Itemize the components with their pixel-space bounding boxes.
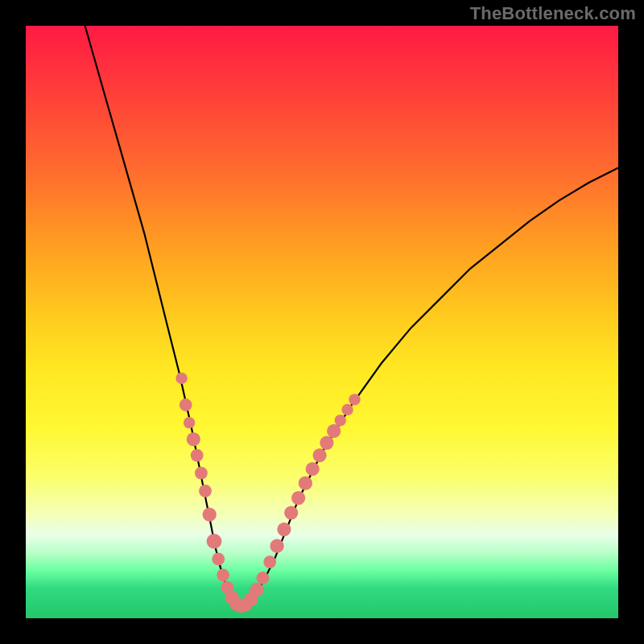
curve-marker <box>284 506 298 519</box>
curve-marker <box>257 572 270 584</box>
curve-marker <box>191 449 204 462</box>
curve-markers <box>175 373 360 613</box>
curve-marker <box>207 534 222 549</box>
curve-marker <box>263 555 276 568</box>
curve-marker <box>313 448 327 462</box>
curve-marker <box>335 415 346 426</box>
chart-svg <box>26 26 618 618</box>
curve-marker <box>180 398 192 411</box>
curve-marker <box>341 404 353 415</box>
bottleneck-curve <box>85 26 618 606</box>
curve-marker <box>270 539 284 553</box>
curve-marker <box>175 373 187 384</box>
curve-marker <box>217 568 229 581</box>
curve-marker <box>320 436 333 450</box>
watermark-text: TheBottleneck.com <box>470 3 636 24</box>
curve-marker <box>195 467 208 480</box>
curve-marker <box>199 485 212 497</box>
curve-marker <box>349 394 360 405</box>
plot-area <box>26 26 618 618</box>
chart-frame: TheBottleneck.com <box>0 0 644 644</box>
curve-marker <box>277 522 291 536</box>
curve-marker <box>212 553 225 566</box>
curve-marker <box>291 491 305 505</box>
curve-marker <box>184 417 195 428</box>
curve-marker <box>203 508 217 522</box>
curve-marker <box>299 477 312 490</box>
curve-marker <box>187 432 200 446</box>
curve-marker <box>327 424 341 438</box>
curve-marker <box>250 583 263 597</box>
curve-marker <box>306 462 320 476</box>
